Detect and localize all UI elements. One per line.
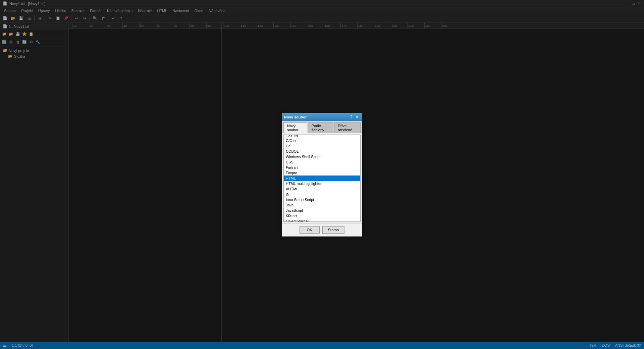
cancel-button[interactable]: Storno	[322, 226, 344, 234]
file-type-item[interactable]: COBOL	[284, 149, 360, 154]
dialog-titlebar: Nový soubor ? ✕	[282, 113, 362, 121]
dialog-help-button[interactable]: ?	[348, 114, 354, 120]
file-type-item[interactable]: Ce	[284, 143, 360, 149]
dialog-tab-new[interactable]: Nový soubor	[283, 122, 307, 133]
ok-button[interactable]: OK	[300, 226, 320, 234]
new-file-dialog: Nový soubor ? ✕ Nový soubor Podle šablon…	[282, 113, 362, 237]
file-type-item[interactable]: Object Pascal	[284, 218, 360, 222]
file-type-item[interactable]: Inno Setup Script	[284, 197, 360, 202]
file-type-item[interactable]: Foxpro	[284, 170, 360, 176]
file-type-item[interactable]: CSS	[284, 159, 360, 165]
file-type-item[interactable]: XHTML	[284, 186, 360, 192]
dialog-tab-recent[interactable]: Dříve otevřené	[334, 122, 361, 133]
dialog-buttons: OK Storno	[282, 223, 362, 236]
file-type-item[interactable]: Fortran	[284, 165, 360, 170]
modal-overlay: Nový soubor ? ✕ Nový soubor Podle šablon…	[0, 0, 644, 349]
file-type-item[interactable]: KiXtart	[284, 213, 360, 218]
dialog-tabs: Nový soubor Podle šablony Dříve otevřené	[282, 121, 362, 133]
file-type-item[interactable]: JavaScript	[284, 208, 360, 213]
file-type-item[interactable]: Windows Shell Script	[284, 154, 360, 159]
file-type-item[interactable]: Java	[284, 202, 360, 208]
dialog-close-button[interactable]: ✕	[355, 114, 360, 120]
file-type-item[interactable]: HTML multihighlighter	[284, 181, 360, 186]
file-type-item[interactable]: C/C++	[284, 138, 360, 143]
file-type-item[interactable]: HTML	[284, 176, 360, 181]
file-type-item[interactable]: INI	[284, 192, 360, 197]
dialog-tab-template[interactable]: Podle šablony	[308, 122, 333, 133]
file-type-item[interactable]: TXT file	[284, 135, 360, 138]
dialog-title-controls: ? ✕	[348, 114, 360, 120]
file-type-list[interactable]: TXT fileC/C++CeCOBOLWindows Shell Script…	[283, 135, 361, 222]
dialog-title: Nový soubor	[284, 115, 307, 119]
dialog-content: TXT fileC/C++CeCOBOLWindows Shell Script…	[282, 133, 362, 223]
